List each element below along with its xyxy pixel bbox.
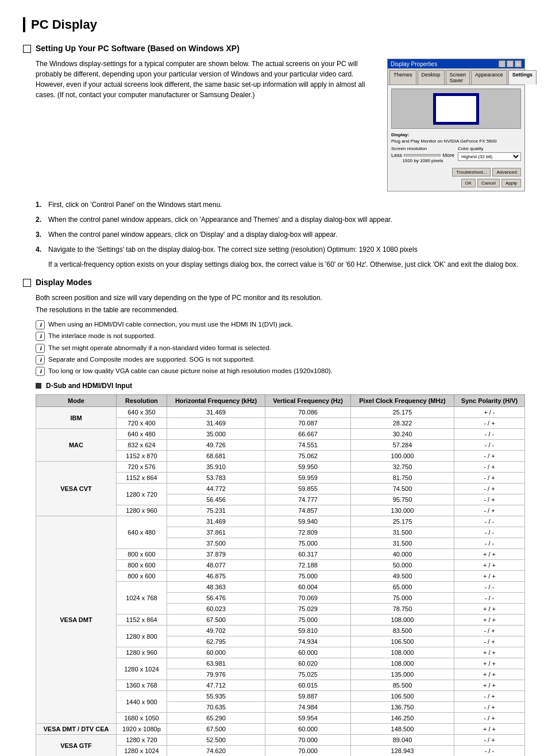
td-sync: - / - <box>454 746 525 756</box>
section2-header: Display Modes <box>23 278 525 287</box>
note-text-4: Separate and Composite modes are support… <box>48 355 254 364</box>
td-v_freq: 59.954 <box>265 713 351 724</box>
table-row: VESA DMT640 x 48031.46959.94025.175- / - <box>36 516 525 527</box>
td-v_freq: 60.317 <box>265 549 351 560</box>
th-resolution: Resolution <box>116 395 167 407</box>
td-sync: + / + <box>454 549 525 560</box>
td-h_freq: 55.935 <box>167 691 265 702</box>
dp-tab-desktop[interactable]: Desktop <box>418 70 445 85</box>
dp-cancel-btn[interactable]: Cancel <box>477 179 500 187</box>
step-3-text: When the control panel window appears, c… <box>48 229 525 240</box>
section1-intro: The Windows display-settings for a typic… <box>36 59 376 191</box>
td-v_freq: 70.000 <box>265 746 351 756</box>
subsection-bullet <box>36 383 41 389</box>
th-sync: Sync Polarity (H/V) <box>454 395 525 407</box>
td-v_freq: 74.551 <box>265 440 351 451</box>
td-v_freq: 70.000 <box>265 735 351 746</box>
td-resolution: 1280 x 720 <box>116 735 167 746</box>
dp-tab-screensaver[interactable]: Screen Saver <box>446 70 470 85</box>
td-v_freq: 72.188 <box>265 560 351 571</box>
dp-tabs: Themes Desktop Screen Saver Appearance S… <box>388 68 524 85</box>
td-v_freq: 75.025 <box>265 669 351 680</box>
dp-troubleshoot-btn[interactable]: Troubleshoot... <box>452 168 491 176</box>
td-sync: - / + <box>454 713 525 724</box>
td-h_freq: 60.000 <box>167 647 265 658</box>
td-v_freq: 70.069 <box>265 593 351 604</box>
td-v_freq: 75.029 <box>265 604 351 615</box>
td-v_freq: 75.000 <box>265 571 351 582</box>
td-pixel_clock: 130.000 <box>350 505 454 516</box>
td-v_freq: 70.087 <box>265 418 351 429</box>
section2-intro2: The resolutions in the table are recomme… <box>36 305 525 315</box>
td-v_freq: 59.855 <box>265 483 351 494</box>
td-h_freq: 75.231 <box>167 505 265 516</box>
td-h_freq: 48.077 <box>167 560 265 571</box>
td-sync: - / + <box>454 691 525 702</box>
td-h_freq: 67.500 <box>167 724 265 735</box>
step4-extra: If a vertical-frequency option exists on… <box>48 259 525 270</box>
td-v_freq: 72.809 <box>265 527 351 538</box>
subsection-title: D-Sub and HDMI/DVI Input <box>46 382 132 390</box>
td-resolution: 1280 x 1024 <box>116 658 167 680</box>
td-resolution: 1280 x 960 <box>116 647 167 658</box>
td-v_freq: 75.000 <box>265 538 351 549</box>
td-pixel_clock: 49.500 <box>350 571 454 582</box>
td-resolution: 1360 x 768 <box>116 680 167 691</box>
dp-tab-appearance[interactable]: Appearance <box>471 70 507 85</box>
section1-checkbox <box>23 45 31 53</box>
dp-ok-btn[interactable]: OK <box>461 179 476 187</box>
td-pixel_clock: 25.175 <box>350 407 454 418</box>
dp-title: Display Properties <box>391 61 437 67</box>
dp-minimize-btn[interactable]: _ <box>499 60 505 67</box>
td-pixel_clock: 28.322 <box>350 418 454 429</box>
td-sync: + / + <box>454 560 525 571</box>
td-v_freq: 60.000 <box>265 647 351 658</box>
display-properties-box: Display Properties _ □ × Themes Desktop … <box>387 59 525 191</box>
td-pixel_clock: 108.000 <box>350 647 454 658</box>
td-resolution: 1152 x 864 <box>116 615 167 625</box>
dp-close-btn[interactable]: × <box>515 60 522 67</box>
note-icon-3: ℹ <box>36 344 45 353</box>
table-row: VESA DMT / DTV CEA1920 x 1080p67.50060.0… <box>36 724 525 735</box>
dp-tab-themes[interactable]: Themes <box>389 70 416 85</box>
th-v-freq: Vertical Frequency (Hz) <box>265 395 351 407</box>
td-sync: - / + <box>454 494 525 505</box>
dp-resolution-slider[interactable] <box>404 154 441 156</box>
section1-title: Setting Up Your PC Software (Based on Wi… <box>36 44 240 53</box>
dp-apply-btn[interactable]: Apply <box>501 179 521 187</box>
dp-footer-btns: Troubleshoot... Advanced <box>391 168 521 176</box>
td-sync: + / + <box>454 604 525 615</box>
td-h_freq: 35.910 <box>167 462 265 473</box>
dp-monitor-preview <box>391 89 521 129</box>
step-3-num: 3. <box>36 229 45 240</box>
dp-color-select[interactable]: Highest (32 bit) <box>458 152 521 161</box>
td-h_freq: 35.000 <box>167 429 265 440</box>
td-v_freq: 74.857 <box>265 505 351 516</box>
th-mode: Mode <box>36 395 117 407</box>
td-sync: + / - <box>454 407 525 418</box>
note-3: ℹ The set might operate abnormally if a … <box>36 343 525 353</box>
note-icon-1: ℹ <box>36 320 45 329</box>
dp-advanced-btn[interactable]: Advanced <box>492 168 521 176</box>
note-text-2: The interlace mode is not supported. <box>48 331 156 341</box>
td-h_freq: 47.712 <box>167 680 265 691</box>
td-sync: - / + <box>454 735 525 746</box>
td-sync: - / - <box>454 593 525 604</box>
td-pixel_clock: 85.500 <box>350 680 454 691</box>
dp-resolution-high: More <box>442 152 454 158</box>
dp-tab-settings[interactable]: Settings <box>508 70 537 85</box>
step-2: 2. When the control panel window appears… <box>36 214 525 225</box>
td-pixel_clock: 108.000 <box>350 658 454 669</box>
display-modes-table: Mode Resolution Horizontal Frequency (kH… <box>36 394 525 756</box>
td-pixel_clock: 50.000 <box>350 560 454 571</box>
step-1-text: First, click on 'Control Panel' on the W… <box>48 199 525 210</box>
note-text-1: When using an HDMI/DVI cable connection,… <box>48 320 293 329</box>
td-pixel_clock: 135.000 <box>350 669 454 680</box>
td-sync: - / - <box>454 527 525 538</box>
td-pixel_clock: 106.500 <box>350 691 454 702</box>
td-sync: - / + <box>454 505 525 516</box>
td-resolution: 720 x 576 <box>116 462 167 473</box>
dp-restore-btn[interactable]: □ <box>507 60 514 67</box>
td-sync: + / + <box>454 647 525 658</box>
td-v_freq: 74.984 <box>265 702 351 713</box>
